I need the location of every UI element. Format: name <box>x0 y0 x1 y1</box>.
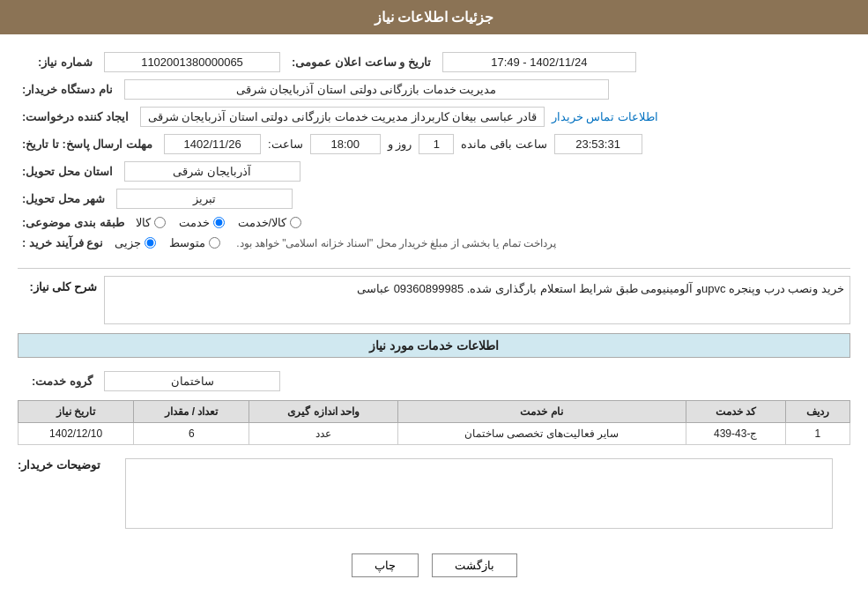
creator-row: اطلاعات تماس خریدار قادر عباسی بیغان کار… <box>18 107 850 127</box>
cell-qty: 6 <box>134 423 249 445</box>
purchase-type-partial[interactable]: جزیی <box>115 236 156 249</box>
page-title: جزئیات اطلاعات نیاز <box>375 10 494 25</box>
buyer-org-label: نام دستگاه خریدار: <box>22 83 113 96</box>
print-button[interactable]: چاپ <box>352 553 419 577</box>
description-box: خرید ونصب درب وپنجره upvcو آلومینیومی طب… <box>104 276 850 324</box>
purchase-type-radio-group: متوسط جزیی <box>115 236 220 249</box>
announcement-label: تاریخ و ساعت اعلان عمومی: <box>292 56 431 69</box>
service-group-label: گروه خدمت: <box>22 375 93 388</box>
cell-date: 1402/12/10 <box>19 423 134 445</box>
creator-label: ایجاد کننده درخواست: <box>22 110 129 123</box>
need-number-row: 1402/11/24 - 17:49 تاریخ و ساعت اعلان عم… <box>18 52 850 72</box>
back-button[interactable]: بازگشت <box>432 553 517 577</box>
buyer-notes-label: توضیحات خریدار: <box>18 454 100 472</box>
purchase-note: پرداخت تمام یا بخشی از مبلغ خریدار محل "… <box>236 237 556 249</box>
description-label: شرح کلی نیاز: <box>18 276 97 293</box>
table-header-row: ردیف کد خدمت نام خدمت واحد اندازه گیری ت… <box>19 401 850 423</box>
col-header-row-num: ردیف <box>785 401 849 423</box>
col-header-qty: تعداد / مقدار <box>134 401 249 423</box>
creator-value: قادر عباسی بیغان کاربرداز مدیریت خدمات ب… <box>140 107 545 127</box>
deadline-remaining: 23:53:31 <box>554 134 642 154</box>
deadline-day-label: روز و <box>388 137 412 151</box>
province-value: آذربایجان شرقی <box>124 161 300 182</box>
category-label: طبقه بندی موضوعی: <box>22 216 124 229</box>
description-value: خرید ونصب درب وپنجره upvcو آلومینیومی طب… <box>357 282 844 295</box>
need-number-label: شماره نیاز: <box>22 56 93 69</box>
category-option-kala[interactable]: کالا <box>136 216 166 229</box>
purchase-type-medium[interactable]: متوسط <box>169 236 220 249</box>
contact-link[interactable]: اطلاعات تماس خریدار <box>552 110 658 123</box>
purchase-type-row: پرداخت تمام یا بخشی از مبلغ خریدار محل "… <box>18 236 850 249</box>
deadline-date: 1402/11/26 <box>164 134 261 154</box>
table-row: 1 ج-43-439 سایر فعالیت‌های تخصصی ساختمان… <box>19 423 850 445</box>
category-row: کالا/خدمت خدمت کالا طبقه بندی موضوعی: <box>18 216 850 229</box>
col-header-date: تاریخ نیاز <box>19 401 134 423</box>
category-option-khedmat[interactable]: خدمت <box>179 216 225 229</box>
province-label: استان محل تحویل: <box>22 165 113 178</box>
buyer-org-row: مدیریت خدمات بازرگانی دولتی استان آذربای… <box>18 79 850 100</box>
category-radio-group: کالا/خدمت خدمت کالا <box>136 216 302 229</box>
description-area: خرید ونصب درب وپنجره upvcو آلومینیومی طب… <box>0 276 868 324</box>
buyer-org-value: مدیریت خدمات بازرگانی دولتی استان آذربای… <box>124 79 609 100</box>
cell-row-num: 1 <box>785 423 849 445</box>
col-header-code: کد خدمت <box>686 401 785 423</box>
buyer-notes-textarea[interactable] <box>125 458 833 529</box>
deadline-day: 1 <box>419 134 454 154</box>
deadline-label: مهلت ارسال پاسخ: تا تاریخ: <box>22 137 152 151</box>
service-group-row: ساختمان گروه خدمت: <box>0 367 868 396</box>
cell-code: ج-43-439 <box>686 423 785 445</box>
button-row: بازگشت چاپ <box>0 553 868 577</box>
city-row: تبریز شهر محل تحویل: <box>18 189 850 209</box>
deadline-time: 18:00 <box>310 134 381 154</box>
service-group-value: ساختمان <box>104 371 280 391</box>
need-number-value: 1102001380000065 <box>104 52 280 72</box>
announcement-value: 1402/11/24 - 17:49 <box>442 52 636 72</box>
service-info-title: اطلاعات خدمات مورد نیاز <box>18 333 850 358</box>
cell-unit: عدد <box>249 423 397 445</box>
purchase-type-label: نوع فرآیند خرید : <box>22 236 103 249</box>
deadline-remaining-label: ساعت باقی مانده <box>461 137 546 151</box>
deadline-time-label: ساعت: <box>268 137 303 151</box>
cell-name: سایر فعالیت‌های تخصصی ساختمان <box>397 423 686 445</box>
city-label: شهر محل تحویل: <box>22 192 105 205</box>
needs-table: ردیف کد خدمت نام خدمت واحد اندازه گیری ت… <box>18 400 850 445</box>
divider-1 <box>18 268 850 269</box>
page-header: جزئیات اطلاعات نیاز <box>0 0 868 34</box>
col-header-name: نام خدمت <box>397 401 686 423</box>
city-value: تبریز <box>116 189 293 209</box>
category-option-kala-khedmat[interactable]: کالا/خدمت <box>238 216 302 229</box>
deadline-row: 23:53:31 ساعت باقی مانده 1 روز و 18:00 س… <box>18 134 850 154</box>
col-header-unit: واحد اندازه گیری <box>249 401 397 423</box>
province-row: آذربایجان شرقی استان محل تحویل: <box>18 161 850 182</box>
